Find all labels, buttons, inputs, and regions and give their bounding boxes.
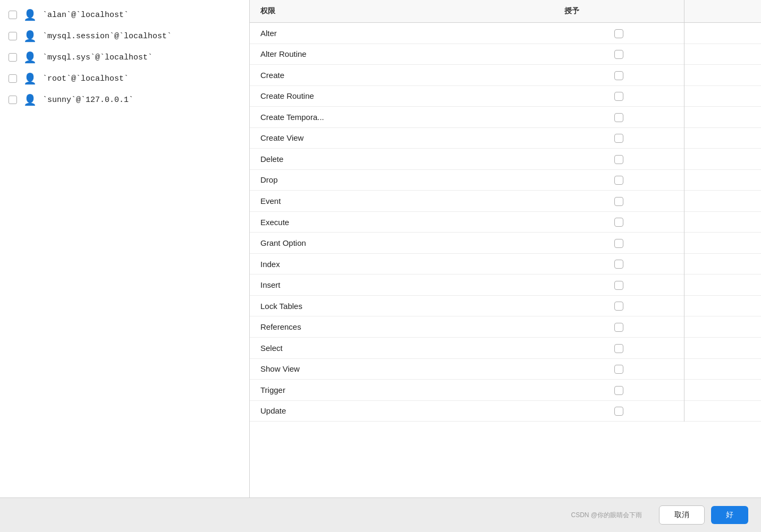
permission-checkbox[interactable] — [614, 113, 623, 122]
permission-grant-cell[interactable] — [554, 65, 684, 86]
user-checkbox[interactable] — [9, 11, 17, 19]
user-avatar-icon: 👤 — [22, 92, 37, 107]
permission-row: Select — [250, 337, 761, 358]
permission-checkbox[interactable] — [614, 281, 623, 290]
permission-extra — [684, 400, 761, 422]
permission-checkbox[interactable] — [614, 92, 623, 101]
permission-extra — [684, 253, 761, 274]
permission-grant-cell[interactable] — [554, 149, 684, 170]
cancel-button[interactable]: 取消 — [659, 505, 705, 525]
permission-name: Delete — [250, 149, 554, 170]
permission-grant-cell[interactable] — [554, 191, 684, 212]
user-avatar-icon: 👤 — [22, 7, 37, 22]
permission-extra — [684, 191, 761, 212]
user-item[interactable]: 👤`sunny`@`127.0.0.1` — [0, 89, 249, 110]
permissions-panel: 权限 授予 AlterAlter RoutineCreateCreate Rou… — [250, 0, 761, 497]
permission-grant-cell[interactable] — [554, 23, 684, 44]
permission-name: Alter Routine — [250, 44, 554, 65]
permission-checkbox[interactable] — [614, 302, 623, 311]
permission-extra — [684, 169, 761, 191]
permission-row: Index — [250, 253, 761, 274]
user-checkbox[interactable] — [9, 74, 17, 83]
user-checkbox[interactable] — [9, 96, 17, 104]
permission-grant-cell[interactable] — [554, 211, 684, 233]
user-checkbox[interactable] — [9, 32, 17, 40]
permission-row: Alter — [250, 23, 761, 44]
permission-name: Create Routine — [250, 85, 554, 107]
col-extra-header — [684, 0, 761, 23]
permission-extra — [684, 316, 761, 338]
permission-row: Alter Routine — [250, 44, 761, 65]
user-item[interactable]: 👤`mysql.sys`@`localhost` — [0, 47, 249, 68]
user-checkbox[interactable] — [9, 53, 17, 62]
permission-checkbox[interactable] — [614, 29, 623, 38]
permission-row: Grant Option — [250, 233, 761, 254]
permissions-table: 权限 授予 AlterAlter RoutineCreateCreate Rou… — [250, 0, 761, 422]
user-item[interactable]: 👤`root`@`localhost` — [0, 68, 249, 89]
permission-extra — [684, 107, 761, 128]
permission-row: Create Routine — [250, 85, 761, 107]
permission-checkbox[interactable] — [614, 260, 623, 269]
permission-name: Alter — [250, 23, 554, 44]
permission-checkbox[interactable] — [614, 197, 623, 206]
permission-checkbox[interactable] — [614, 323, 623, 332]
permission-name: Index — [250, 253, 554, 274]
permission-checkbox[interactable] — [614, 239, 623, 248]
permission-name: Create Tempora... — [250, 107, 554, 128]
permission-grant-cell[interactable] — [554, 358, 684, 380]
user-item[interactable]: 👤`alan`@`localhost` — [0, 4, 249, 25]
permission-checkbox[interactable] — [614, 365, 623, 374]
permission-checkbox[interactable] — [614, 386, 623, 395]
permission-checkbox[interactable] — [614, 71, 623, 80]
permission-extra — [684, 233, 761, 254]
permission-row: Create Tempora... — [250, 107, 761, 128]
permission-grant-cell[interactable] — [554, 169, 684, 191]
user-list-panel: 👤`alan`@`localhost`👤`mysql.session`@`loc… — [0, 0, 250, 497]
permission-checkbox[interactable] — [614, 155, 623, 164]
user-name-label: `mysql.sys`@`localhost` — [43, 53, 153, 62]
permission-grant-cell[interactable] — [554, 127, 684, 149]
permission-grant-cell[interactable] — [554, 295, 684, 316]
permission-checkbox[interactable] — [614, 176, 623, 185]
ok-button[interactable]: 好 — [711, 506, 748, 524]
permission-name: Insert — [250, 274, 554, 296]
permission-checkbox[interactable] — [614, 218, 623, 227]
permission-checkbox[interactable] — [614, 134, 623, 143]
permission-extra — [684, 380, 761, 401]
permission-name: Update — [250, 400, 554, 422]
permission-grant-cell[interactable] — [554, 274, 684, 296]
permission-extra — [684, 85, 761, 107]
permission-grant-cell[interactable] — [554, 400, 684, 422]
permission-extra — [684, 23, 761, 44]
permission-grant-cell[interactable] — [554, 44, 684, 65]
permission-row: Event — [250, 191, 761, 212]
permission-extra — [684, 337, 761, 358]
permission-row: Trigger — [250, 380, 761, 401]
permission-row: Lock Tables — [250, 295, 761, 316]
permission-checkbox[interactable] — [614, 407, 623, 416]
col-privilege-header: 权限 — [250, 0, 554, 23]
permission-name: Drop — [250, 169, 554, 191]
permission-grant-cell[interactable] — [554, 380, 684, 401]
permission-checkbox[interactable] — [614, 344, 623, 353]
permission-extra — [684, 127, 761, 149]
permission-grant-cell[interactable] — [554, 253, 684, 274]
permission-checkbox[interactable] — [614, 50, 623, 59]
permission-name: Select — [250, 337, 554, 358]
permission-row: References — [250, 316, 761, 338]
permission-extra — [684, 149, 761, 170]
permission-row: Create — [250, 65, 761, 86]
permission-grant-cell[interactable] — [554, 107, 684, 128]
permission-name: Lock Tables — [250, 295, 554, 316]
permission-grant-cell[interactable] — [554, 233, 684, 254]
permission-row: Drop — [250, 169, 761, 191]
user-name-label: `root`@`localhost` — [43, 74, 129, 83]
permission-extra — [684, 44, 761, 65]
permission-grant-cell[interactable] — [554, 316, 684, 338]
permission-grant-cell[interactable] — [554, 85, 684, 107]
user-avatar-icon: 👤 — [22, 50, 37, 65]
permission-grant-cell[interactable] — [554, 337, 684, 358]
permission-name: Grant Option — [250, 233, 554, 254]
user-item[interactable]: 👤`mysql.session`@`localhost` — [0, 25, 249, 47]
user-avatar-icon: 👤 — [22, 29, 37, 44]
